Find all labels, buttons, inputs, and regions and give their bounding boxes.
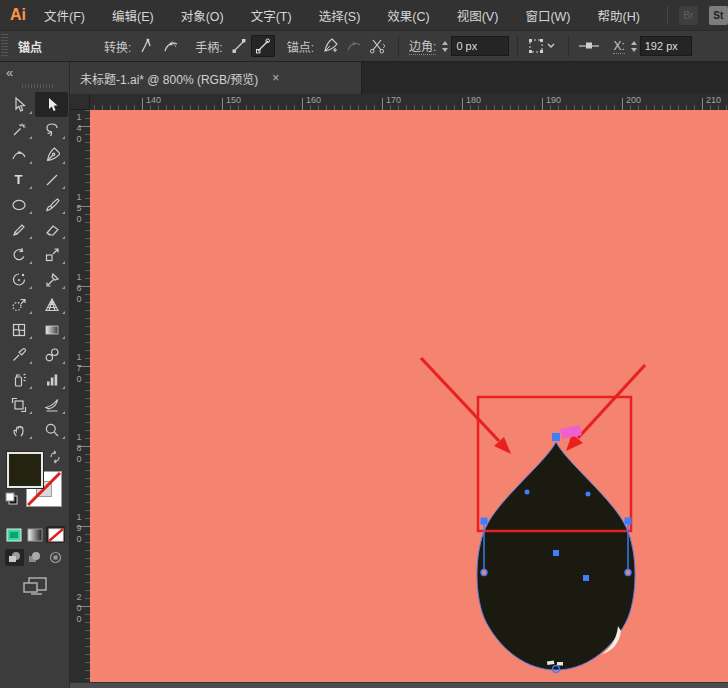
ruler-label: 180	[74, 432, 84, 465]
direction-handle-dot[interactable]	[586, 492, 591, 497]
handles-hide-icon[interactable]	[227, 35, 251, 57]
tool-selection[interactable]	[2, 92, 35, 117]
menu-type[interactable]: 文字(T)	[251, 6, 292, 25]
separator	[517, 35, 518, 57]
separator	[568, 35, 569, 57]
horizontal-ruler: 140 150 160 170 180 190 200 210	[90, 94, 728, 110]
gradient-button[interactable]	[26, 526, 45, 543]
tools-panel: « T	[0, 62, 70, 688]
tool-blend[interactable]	[35, 342, 68, 367]
menu-separator	[667, 6, 668, 24]
tool-ellipse[interactable]	[2, 192, 35, 217]
direction-handle-dot[interactable]	[525, 490, 530, 495]
tool-direct-selection[interactable]	[35, 92, 68, 117]
x-stepper[interactable]	[631, 41, 637, 52]
tool-scale[interactable]	[35, 242, 68, 267]
x-input[interactable]	[640, 36, 692, 56]
ruler-label: 170	[74, 352, 84, 385]
tool-column-graph[interactable]	[35, 367, 68, 392]
tool-perspective-grid[interactable]	[35, 292, 68, 317]
control-bar: 锚点 转换: 手柄: 锚点: 边角: X:	[0, 30, 728, 62]
draw-normal-icon[interactable]	[5, 549, 24, 566]
cut-path-icon[interactable]	[366, 35, 390, 57]
menu-object[interactable]: 对象(O)	[181, 6, 224, 25]
menu-view[interactable]: 视图(V)	[457, 6, 499, 25]
color-button[interactable]	[5, 526, 24, 543]
tool-hand[interactable]	[2, 417, 35, 442]
tool-curvature[interactable]	[2, 142, 35, 167]
menu-window[interactable]: 窗口(W)	[525, 6, 570, 25]
tool-eraser[interactable]	[35, 217, 68, 242]
menu-effect[interactable]: 效果(C)	[387, 6, 429, 25]
close-tab-icon[interactable]: ×	[272, 71, 279, 85]
handles-show-icon[interactable]	[251, 35, 275, 57]
draw-inside-icon[interactable]	[46, 549, 65, 566]
transform-box-icon[interactable]	[526, 35, 560, 57]
tool-magic-wand[interactable]	[2, 117, 35, 142]
tool-pen[interactable]	[35, 142, 68, 167]
ruler-label: 180	[466, 95, 481, 105]
add-anchor-pen-icon[interactable]	[318, 35, 342, 57]
menu-edit[interactable]: 编辑(E)	[112, 6, 154, 25]
ruler-label: 150	[74, 192, 84, 225]
tool-zoom[interactable]	[35, 417, 68, 442]
draw-behind-icon[interactable]	[25, 549, 44, 566]
tool-symbol-sprayer[interactable]	[2, 367, 35, 392]
tool-puppet-warp[interactable]	[2, 267, 35, 292]
corner-stepper[interactable]	[442, 41, 448, 52]
menu-select[interactable]: 选择(S)	[319, 6, 361, 25]
convert-smooth-icon[interactable]	[159, 35, 183, 57]
tool-eyedropper[interactable]	[2, 342, 35, 367]
convert-label: 转换:	[104, 38, 131, 55]
ruler-label: 190	[74, 512, 84, 545]
horizontal-scrollbar[interactable]	[70, 682, 728, 688]
x-label[interactable]: X:	[613, 39, 624, 54]
menu-help[interactable]: 帮助(H)	[598, 6, 640, 25]
center-anchor-point[interactable]	[553, 550, 559, 556]
swap-fill-stroke-icon[interactable]	[48, 450, 62, 468]
center-anchor-point[interactable]	[583, 575, 589, 581]
collapse-panel-button[interactable]: «	[0, 62, 69, 80]
ruler-label: 200	[74, 592, 84, 625]
separator	[398, 35, 399, 57]
vertical-ruler: 140 150 160 170 180 190 200	[70, 110, 90, 682]
screen-mode-icon[interactable]	[0, 566, 69, 596]
tool-pencil[interactable]	[2, 217, 35, 242]
tool-shape-builder[interactable]	[2, 292, 35, 317]
default-swatches-icon[interactable]	[5, 492, 19, 510]
tool-artboard[interactable]	[2, 392, 35, 417]
ruler-label: 160	[306, 95, 321, 105]
panel-grip[interactable]	[1, 34, 8, 58]
bridge-icon[interactable]: Br	[679, 6, 698, 25]
corner-input[interactable]	[451, 36, 509, 56]
ruler-label: 190	[546, 95, 561, 105]
tool-rotate[interactable]	[2, 242, 35, 267]
tool-paintbrush[interactable]	[35, 192, 68, 217]
fill-swatch[interactable]	[7, 452, 43, 488]
stock-icon[interactable]: St	[709, 6, 728, 25]
handle-display-icon[interactable]	[577, 35, 601, 57]
fill-stroke-swatches	[0, 452, 69, 522]
menu-file[interactable]: 文件(F)	[44, 6, 85, 25]
document-tab-bar: 未标题-1.ai* @ 800% (RGB/预览) ×	[70, 62, 728, 94]
remove-anchor-icon[interactable]	[342, 35, 366, 57]
apex-anchor-point[interactable]	[552, 433, 560, 441]
anchors-label: 锚点:	[287, 38, 314, 55]
tool-gradient[interactable]	[35, 317, 68, 342]
panel-grip	[22, 84, 55, 88]
tool-lasso[interactable]	[35, 117, 68, 142]
tool-free-transform[interactable]	[35, 267, 68, 292]
none-button[interactable]	[46, 526, 65, 543]
tool-mesh[interactable]	[2, 317, 35, 342]
ruler-label: 200	[626, 95, 641, 105]
tool-type[interactable]: T	[2, 167, 35, 192]
corner-label[interactable]: 边角:	[409, 37, 436, 55]
tool-line-segment[interactable]	[35, 167, 68, 192]
drawing-mode-buttons	[0, 543, 69, 566]
menu-bar: Ai 文件(F) 编辑(E) 对象(O) 文字(T) 选择(S) 效果(C) 视…	[0, 0, 728, 30]
document-tab[interactable]: 未标题-1.ai* @ 800% (RGB/预览) ×	[70, 62, 362, 94]
convert-corner-icon[interactable]	[135, 35, 159, 57]
tool-slice[interactable]	[35, 392, 68, 417]
annotation-arrow-left	[421, 358, 511, 454]
artboard-canvas[interactable]	[90, 110, 728, 682]
